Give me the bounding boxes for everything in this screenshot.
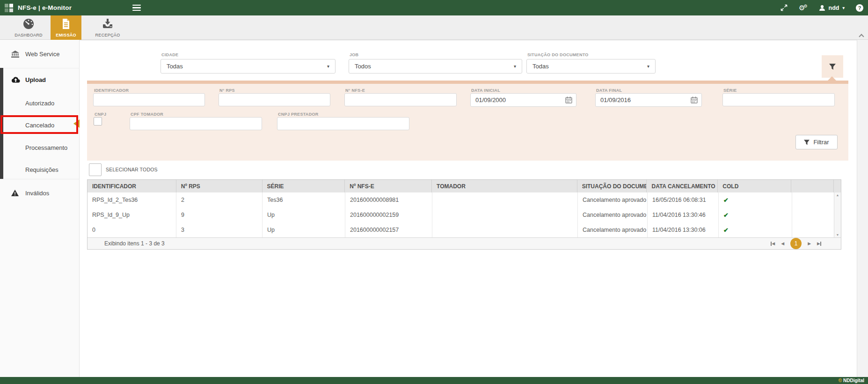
filter-toggle-button[interactable] — [822, 55, 843, 78]
next-page-button[interactable]: ▶ — [808, 241, 811, 246]
data-inicial-label: DATA INICIAL — [471, 88, 500, 93]
situacao-selected-value: Todas — [532, 63, 549, 70]
menu-toggle-icon[interactable] — [132, 3, 141, 13]
cnpj-prestador-label: CNPJ PRESTADOR — [278, 112, 319, 117]
column-header-data-cancelamento[interactable]: DATA CANCELAMENTO — [647, 180, 718, 192]
select-all-checkbox[interactable] — [89, 163, 102, 176]
tab-recepcao[interactable]: RECEPÇÃO — [89, 15, 126, 40]
help-icon[interactable]: ? — [856, 4, 863, 12]
data-inicial-field — [470, 93, 576, 107]
cidade-selected-value: Todas — [167, 63, 183, 70]
serie-input[interactable] — [722, 93, 835, 106]
sidebar-item-label: Inválidos — [25, 190, 49, 197]
tab-dashboard[interactable]: DASHBOARD — [10, 15, 47, 40]
calendar-icon[interactable] — [565, 96, 572, 103]
column-header-scroll-gap — [834, 180, 841, 192]
cell-rps: 3 — [176, 222, 263, 237]
job-select[interactable]: Todos ▾ — [349, 59, 522, 74]
sidebar-item-processamento[interactable]: Processamento — [0, 140, 80, 155]
cell-filler — [792, 207, 835, 222]
top-bar: NFS-e | e-Monitor ⚙⚙ ndd ▾ ? — [0, 0, 868, 15]
check-icon: ✔ — [723, 197, 729, 204]
cell-filler — [792, 192, 835, 207]
calendar-icon[interactable] — [691, 96, 698, 103]
scroll-down-icon[interactable]: ▼ — [834, 233, 841, 236]
active-item-arrow — [73, 119, 80, 128]
cell-tomador — [432, 192, 578, 207]
sidebar-item-label: Web Service — [25, 51, 59, 58]
app-title: NFS-e | e-Monitor — [18, 4, 72, 11]
chevron-down-icon: ▾ — [327, 64, 329, 69]
sidebar-item-label: Autorizado — [25, 100, 54, 107]
check-icon: ✔ — [723, 227, 729, 234]
fullscreen-icon[interactable] — [780, 4, 788, 11]
sidebar-item-label: Processamento — [25, 144, 67, 151]
scroll-up-icon[interactable]: ▲ — [834, 193, 841, 197]
n-rps-label: N° RPS — [219, 88, 235, 93]
sidebar-item-cancelado[interactable]: Cancelado — [0, 117, 80, 133]
cnpj-prestador-input[interactable] — [277, 117, 409, 130]
column-header-n-rps[interactable]: Nº RPS — [176, 180, 263, 192]
user-avatar-icon — [819, 5, 825, 11]
cpf-tomador-input[interactable] — [130, 117, 262, 130]
tab-dashboard-label: DASHBOARD — [15, 33, 43, 37]
cnpj-checkbox[interactable] — [94, 117, 102, 126]
cell-situacao: Cancelamento aprovado — [578, 192, 648, 207]
cell-nfse: 201600000002159 — [345, 207, 432, 222]
n-nfse-input[interactable] — [344, 93, 457, 106]
table-row[interactable]: 0 3 Up 201600000002157 Cancelamento apro… — [88, 222, 841, 237]
sidebar-item-web-service[interactable]: Web Service — [0, 46, 80, 62]
column-header-tomador[interactable]: TOMADOR — [432, 180, 577, 192]
cell-tomador — [432, 207, 578, 222]
column-header-identificador[interactable]: IDENTIFICADOR — [88, 180, 176, 192]
tab-emissao[interactable]: EMISSÃO — [51, 15, 81, 40]
filtrar-button[interactable]: Filtrar — [795, 135, 838, 149]
identificador-input[interactable] — [93, 93, 205, 106]
divider — [0, 179, 80, 179]
column-header-n-nfse[interactable]: Nº NFS-E — [345, 180, 432, 192]
situacao-select[interactable]: Todas ▾ — [526, 59, 656, 74]
cell-filler — [792, 222, 835, 237]
column-header-situacao[interactable]: SITUAÇÃO DO DOCUMENTO — [577, 180, 647, 192]
table-scrollbar[interactable]: ▲ ▼ — [834, 192, 841, 237]
funnel-icon — [804, 140, 810, 145]
data-final-input[interactable] — [596, 96, 691, 103]
results-table: IDENTIFICADOR Nº RPS SÉRIE Nº NFS-E TOMA… — [87, 179, 841, 250]
serie-label: SÉRIE — [723, 88, 737, 93]
identificador-label: IDENTIFICADOR — [94, 88, 129, 93]
data-final-field — [595, 93, 702, 107]
data-inicial-input[interactable] — [471, 96, 565, 103]
table-header-row: IDENTIFICADOR Nº RPS SÉRIE Nº NFS-E TOMA… — [88, 180, 841, 192]
sidebar-item-requisicoes[interactable]: Requisições — [0, 162, 80, 177]
sidebar-item-invalidos[interactable]: Inválidos — [0, 185, 80, 201]
last-page-button[interactable]: ▶ — [817, 241, 821, 246]
right-panel-strip[interactable] — [857, 40, 868, 377]
collapse-toolbar-icon[interactable] — [859, 33, 863, 37]
sidebar-item-label: Upload — [25, 76, 46, 83]
cell-cold: ✔ — [719, 222, 792, 237]
cell-identificador: RPS_Id_2_Tes36 — [88, 192, 176, 207]
sidebar-item-upload[interactable]: Upload — [0, 72, 80, 88]
cell-serie: Tes36 — [263, 192, 345, 207]
current-page-button[interactable]: 1 — [790, 238, 802, 249]
cell-serie: Up — [263, 222, 345, 237]
column-header-cold[interactable]: COLD — [718, 180, 791, 192]
document-icon — [61, 18, 71, 31]
first-page-button[interactable]: ◀ — [771, 241, 775, 246]
table-row[interactable]: RPS_Id_2_Tes36 2 Tes36 201600000008981 C… — [88, 192, 841, 207]
data-final-label: DATA FINAL — [596, 88, 622, 93]
previous-page-button[interactable]: ◀ — [781, 241, 784, 246]
column-header-filler — [791, 180, 834, 192]
sidebar-item-label: Requisições — [25, 166, 58, 173]
table-row[interactable]: RPS_Id_9_Up 9 Up 201600000002159 Cancela… — [88, 207, 841, 222]
select-all-label: SELECIONAR TODOS — [106, 167, 158, 172]
cidade-select[interactable]: Todas ▾ — [160, 59, 336, 74]
cell-nfse: 201600000002157 — [345, 222, 432, 237]
settings-gears-icon[interactable]: ⚙⚙ — [799, 4, 808, 12]
column-header-serie[interactable]: SÉRIE — [263, 180, 345, 192]
download-tray-icon — [102, 18, 113, 31]
n-rps-input[interactable] — [219, 93, 330, 106]
cidade-label: CIDADE — [161, 52, 178, 57]
user-menu[interactable]: ndd ▾ — [819, 5, 845, 11]
sidebar-item-autorizado[interactable]: Autorizado — [0, 95, 80, 111]
